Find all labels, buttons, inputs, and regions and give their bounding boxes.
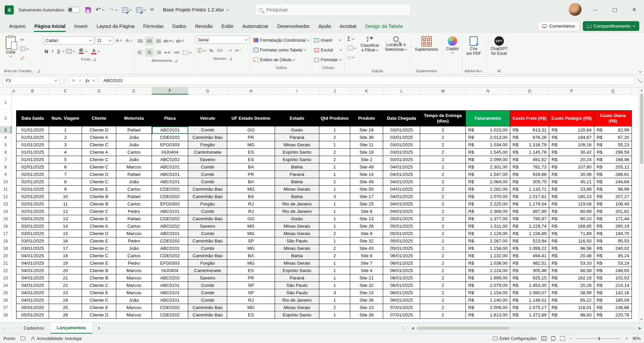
cell[interactable]: 1 — [319, 237, 350, 245]
cell[interactable]: 02/01/2025 — [16, 186, 49, 193]
dialog-launcher-icon[interactable] — [174, 59, 177, 62]
cell[interactable]: R$1.229,74 — [510, 223, 549, 230]
cell[interactable]: Caminhão Baú — [188, 237, 227, 245]
record-macro-icon[interactable] — [21, 337, 25, 340]
cell[interactable]: Cliente E — [82, 237, 116, 245]
cell[interactable]: RJ — [227, 208, 275, 215]
cell[interactable]: 02/01/2025 — [16, 171, 49, 178]
cell[interactable]: 2 — [420, 193, 466, 200]
cell[interactable] — [11, 178, 16, 186]
cell[interactable]: 11 — [49, 200, 82, 208]
cell[interactable]: São Paulo — [275, 237, 319, 245]
cell[interactable]: R$305,75 — [510, 178, 549, 186]
cell[interactable] — [11, 237, 16, 245]
undo-button[interactable]: ↶ — [96, 6, 104, 13]
cell[interactable]: R$1.613,00 — [466, 311, 510, 319]
vertical-scrollbar-thumb[interactable] — [640, 93, 643, 164]
cell[interactable]: Combi — [188, 245, 227, 252]
cell[interactable]: R$95,53 — [594, 237, 632, 245]
cell[interactable]: Rio de Janeiro — [275, 200, 319, 208]
cell[interactable]: 1 — [319, 215, 350, 223]
cell[interactable]: R$30,06 — [549, 171, 594, 178]
ribbon-tab-dados[interactable]: Dados — [168, 20, 191, 33]
cell[interactable]: 1 — [319, 223, 350, 230]
cell[interactable]: R$1.017,81 — [510, 193, 549, 200]
cell[interactable]: R$85,24 — [594, 252, 632, 260]
align-right-button[interactable] — [155, 48, 162, 56]
cell[interactable]: Cliente C — [82, 163, 116, 171]
next-sheet-button[interactable]: › — [9, 322, 17, 334]
format-cells-button[interactable]: Formatar — [313, 55, 343, 64]
page-break-view-button[interactable] — [560, 336, 565, 341]
cell[interactable]: 2 — [319, 178, 350, 186]
cell[interactable]: 12 — [49, 208, 82, 215]
cell[interactable]: R$1.140,00 — [466, 297, 510, 304]
row-header-3[interactable]: 3 — [0, 126, 11, 134]
dialog-launcher-icon[interactable] — [92, 58, 95, 61]
cell[interactable]: Caminhão Baú — [188, 304, 227, 311]
copy-button[interactable] — [19, 45, 30, 53]
cell[interactable]: 1 — [319, 311, 350, 319]
cell[interactable]: CDE0202 — [152, 252, 188, 260]
cell-styles-button[interactable]: Estilos de Célula — [252, 55, 311, 64]
decrease-font-button[interactable]: A — [124, 36, 133, 44]
cell[interactable]: Combi — [188, 230, 227, 237]
cell[interactable]: R$925,15 — [510, 274, 549, 282]
cell[interactable]: Site 38 — [350, 134, 383, 141]
cell[interactable] — [11, 171, 16, 178]
underline-button[interactable]: S — [56, 47, 62, 55]
row-header-2[interactable]: 2 — [0, 110, 11, 126]
cell[interactable]: R$2.282,00 — [466, 186, 510, 193]
cell[interactable]: R$205,12 — [594, 163, 632, 171]
cell[interactable]: R$286,61 — [594, 171, 632, 178]
column-header-N[interactable]: N — [466, 87, 510, 94]
create-pdf-button[interactable]: Crieum PDF — [464, 34, 483, 67]
format-painter-button[interactable]: 🖉 — [19, 54, 30, 62]
cell[interactable]: 03/01/2025 — [383, 126, 420, 134]
cell[interactable]: R$1.377,00 — [466, 215, 510, 223]
row-header-6[interactable]: 6 — [0, 149, 11, 156]
cell[interactable] — [11, 126, 16, 134]
cell[interactable]: 01/01/2025 — [16, 156, 49, 163]
row-header-7[interactable]: 7 — [0, 156, 11, 163]
cell[interactable]: R$220,78 — [594, 311, 632, 319]
cell[interactable]: 2 — [319, 230, 350, 237]
table-header-cell[interactable]: Estado — [275, 110, 319, 126]
borders-button[interactable] — [65, 47, 76, 55]
column-header-Q[interactable]: Q — [594, 87, 632, 94]
cell[interactable]: ABC0101 — [152, 297, 188, 304]
cell[interactable]: Marcos — [116, 304, 152, 311]
cell[interactable] — [11, 110, 16, 126]
cell[interactable]: Carlos — [116, 252, 152, 260]
cell[interactable]: R$1.453,30 — [510, 282, 549, 289]
cell[interactable]: Caminhonete — [188, 267, 227, 274]
cell[interactable]: 04/01/2025 — [383, 193, 420, 200]
cell[interactable]: R$96,56 — [549, 245, 594, 252]
find-select-button[interactable]: Localizar eSelecionar — [383, 34, 409, 67]
cell[interactable]: Saveiro — [188, 223, 227, 230]
cell[interactable] — [11, 282, 16, 289]
cell[interactable]: Combi — [188, 297, 227, 304]
cell[interactable]: Forgão — [188, 141, 227, 149]
selected-cell[interactable]: ABC0101 — [152, 126, 188, 134]
cell[interactable]: Site 16 — [350, 126, 383, 134]
cell[interactable]: Minas Gerais — [275, 260, 319, 267]
cancel-entry-icon[interactable]: ✕ — [72, 78, 75, 83]
cell[interactable] — [11, 274, 16, 282]
font-color-button[interactable]: A — [90, 47, 101, 55]
align-middle-button[interactable] — [145, 37, 154, 45]
zoom-slider[interactable] — [577, 338, 620, 339]
cell[interactable]: 03/01/2025 — [16, 215, 49, 223]
cell[interactable]: Site 39 — [350, 311, 383, 319]
increase-decimal-button[interactable]: ←.0 — [225, 46, 233, 54]
cell[interactable]: R$80,69 — [549, 208, 594, 215]
cell[interactable]: 03/01/2025 — [16, 237, 49, 245]
cell[interactable]: R$38,99 — [549, 289, 594, 297]
cell[interactable]: Cliente A — [82, 223, 116, 230]
sheet-options-kebab-icon[interactable]: ⋮ — [398, 322, 409, 334]
ribbon-tab-exibir[interactable]: Exibir — [217, 20, 238, 33]
cell[interactable]: 6 — [49, 163, 82, 171]
cell[interactable]: 2 — [319, 245, 350, 252]
cell[interactable]: 05/01/2025 — [383, 215, 420, 223]
cell[interactable]: R$491,52 — [510, 156, 549, 163]
